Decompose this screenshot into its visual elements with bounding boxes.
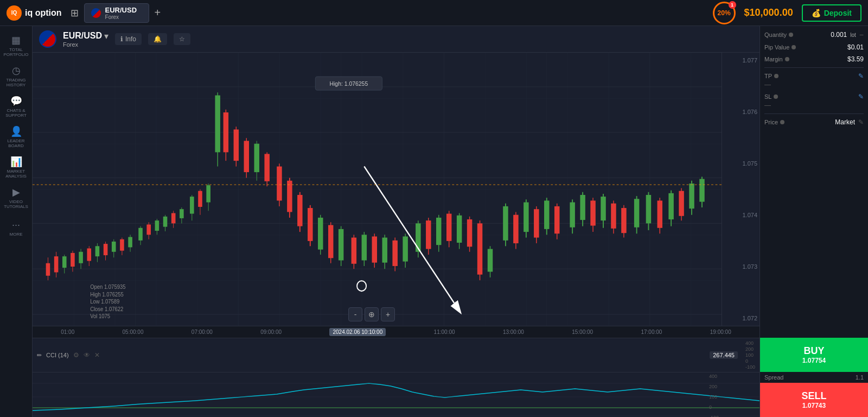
candlestick-chart[interactable]: High: 1.076255 1.072270 Open 1.075935 Hi… bbox=[33, 53, 722, 326]
risk-indicator[interactable]: 20% 1 bbox=[713, 2, 736, 24]
logo-text: iq option bbox=[25, 8, 62, 18]
margin-label: Margin bbox=[764, 56, 789, 62]
svg-rect-141 bbox=[679, 191, 684, 216]
sell-button[interactable]: SELL 1.07743 bbox=[760, 383, 868, 417]
grid-icon[interactable]: ⊞ bbox=[71, 7, 79, 19]
indicator-eye-icon[interactable]: 👁 bbox=[84, 351, 90, 359]
price-edit-button[interactable]: ✎ bbox=[858, 118, 864, 126]
svg-rect-49 bbox=[190, 197, 194, 213]
indicator-chart-container[interactable]: 400 200 100 0 -100 bbox=[33, 372, 760, 417]
svg-rect-145 bbox=[699, 179, 704, 202]
sidebar-item-analysis[interactable]: 📊 MARKET ANALYSIS bbox=[2, 153, 30, 181]
svg-rect-75 bbox=[318, 218, 323, 250]
svg-rect-121 bbox=[570, 203, 575, 228]
price-label-1074: 1.074 bbox=[724, 212, 757, 218]
draw-icon[interactable]: ✏ bbox=[37, 352, 42, 359]
zoom-out-button[interactable]: - bbox=[348, 307, 362, 321]
chart-canvas-area[interactable]: 1.077 1.076 1.075 1.074 1.073 1.072 bbox=[33, 53, 760, 338]
svg-rect-135 bbox=[646, 195, 651, 223]
sidebar-item-chats[interactable]: 💬 CHATS & SUPPORT bbox=[2, 92, 30, 121]
risk-badge: 1 bbox=[729, 1, 736, 9]
sidebar-label-portfolio: TOTAL PORTFOLIO bbox=[3, 47, 28, 57]
spread-label: Spread bbox=[764, 374, 783, 381]
svg-rect-21 bbox=[71, 253, 75, 267]
info-icon: ℹ bbox=[120, 35, 123, 43]
svg-rect-17 bbox=[54, 256, 59, 272]
indicator-area: ✏ CCI (14) ⚙ 👁 ✕ 267.445 400 200 100 0 -… bbox=[33, 338, 760, 403]
indicator-settings-icon[interactable]: ⚙ bbox=[73, 351, 79, 359]
active-tab[interactable]: EUR/USD Forex bbox=[84, 3, 149, 23]
svg-rect-63 bbox=[254, 144, 259, 172]
svg-text:High  1.076255: High 1.076255 bbox=[90, 291, 124, 298]
time-label-0100: 01:00 bbox=[61, 329, 74, 335]
crosshair-button[interactable]: ⊕ bbox=[365, 307, 379, 321]
chart-zoom-controls: - ⊕ + bbox=[348, 307, 395, 321]
chart-header: EUR/USD ▾ Forex ℹ Info 🔔 ☆ bbox=[33, 26, 760, 53]
pip-value-display: $0.01 bbox=[847, 43, 864, 51]
price-type-display: Market bbox=[835, 118, 855, 126]
svg-rect-125 bbox=[590, 200, 595, 225]
svg-rect-115 bbox=[534, 209, 539, 237]
quantity-info-icon bbox=[789, 33, 793, 37]
time-axis: 01:00 05:00:00 07:00:00 09:00:00 2024.02… bbox=[33, 326, 760, 338]
svg-rect-143 bbox=[689, 184, 694, 208]
time-label-1100: 11:00:00 bbox=[434, 329, 455, 335]
margin-row: Margin $3.59 bbox=[764, 55, 864, 63]
price-info-icon bbox=[780, 120, 784, 124]
tp-label-row: TP ✎ bbox=[764, 72, 864, 80]
svg-rect-81 bbox=[352, 238, 356, 264]
svg-rect-113 bbox=[524, 203, 528, 232]
time-label-1700: 17:00:00 bbox=[641, 329, 662, 335]
quantity-decrease-button[interactable]: − bbox=[859, 30, 864, 39]
deposit-button[interactable]: 💰 Deposit bbox=[802, 4, 861, 22]
sl-edit-button[interactable]: ✎ bbox=[858, 93, 864, 100]
svg-rect-67 bbox=[277, 167, 282, 201]
svg-rect-139 bbox=[668, 193, 673, 219]
balance-display[interactable]: $10,000.00 bbox=[744, 7, 793, 18]
svg-rect-89 bbox=[392, 241, 397, 266]
svg-rect-45 bbox=[171, 213, 176, 224]
svg-rect-71 bbox=[297, 195, 302, 226]
sl-label-row: SL ✎ bbox=[764, 93, 864, 100]
svg-rect-107 bbox=[488, 249, 493, 272]
sidebar-item-more[interactable]: ··· MORE bbox=[2, 214, 30, 242]
sidebar-item-tutorials[interactable]: ▶ VIDEO TUTORIALS bbox=[2, 184, 30, 212]
svg-rect-99 bbox=[446, 214, 451, 241]
buy-button[interactable]: BUY 1.07754 bbox=[760, 338, 868, 372]
info-button[interactable]: ℹ Info bbox=[115, 33, 142, 45]
sidebar-label-tutorials: VIDEO TUTORIALS bbox=[4, 199, 28, 209]
price-label-1072: 1.072 bbox=[724, 315, 757, 321]
svg-rect-53 bbox=[206, 185, 210, 202]
asset-dropdown-icon[interactable]: ▾ bbox=[104, 31, 108, 41]
svg-rect-39 bbox=[146, 224, 151, 235]
alert-button[interactable]: 🔔 bbox=[148, 33, 167, 45]
favorite-button[interactable]: ☆ bbox=[174, 33, 190, 45]
asset-name-label[interactable]: EUR/USD bbox=[63, 31, 102, 41]
zoom-in-button[interactable]: + bbox=[381, 307, 395, 321]
svg-rect-129 bbox=[611, 204, 616, 229]
divider-2 bbox=[764, 113, 864, 114]
svg-rect-23 bbox=[79, 252, 83, 263]
time-label-highlight: 2024.02.06 10:10:00 bbox=[329, 328, 386, 336]
indicator-header: ✏ CCI (14) ⚙ 👁 ✕ 267.445 400 200 100 0 -… bbox=[33, 338, 760, 372]
sl-value: — bbox=[764, 102, 864, 109]
time-label-0700: 07:00:00 bbox=[192, 329, 213, 335]
svg-text:Close 1.07622: Close 1.07622 bbox=[90, 306, 124, 312]
indicator-close-icon[interactable]: ✕ bbox=[94, 351, 100, 359]
indicator-value-badge: 267.445 bbox=[710, 351, 738, 359]
add-tab-button[interactable]: + bbox=[155, 7, 161, 19]
svg-rect-1 bbox=[33, 53, 722, 326]
svg-rect-123 bbox=[580, 195, 585, 220]
sell-price-display: 1.07743 bbox=[802, 402, 826, 409]
sidebar-item-history[interactable]: ◷ TRADING HISTORY bbox=[2, 62, 30, 90]
sidebar-item-leaderboard[interactable]: 👤 LEADER BOARD bbox=[2, 123, 30, 151]
tp-edit-button[interactable]: ✎ bbox=[858, 72, 864, 80]
cci-indicator-chart bbox=[33, 372, 760, 417]
svg-rect-61 bbox=[244, 141, 249, 172]
sidebar-item-portfolio[interactable]: ▦ TOTAL PORTFOLIO bbox=[2, 31, 30, 60]
right-panel-scroll: Quantity 0.001 lot − Pip Value $0.01 bbox=[760, 26, 868, 338]
risk-percent: 20% bbox=[718, 9, 731, 17]
deposit-label: Deposit bbox=[824, 9, 852, 17]
time-label-1300: 13:00:00 bbox=[503, 329, 524, 335]
svg-rect-15 bbox=[46, 263, 50, 276]
